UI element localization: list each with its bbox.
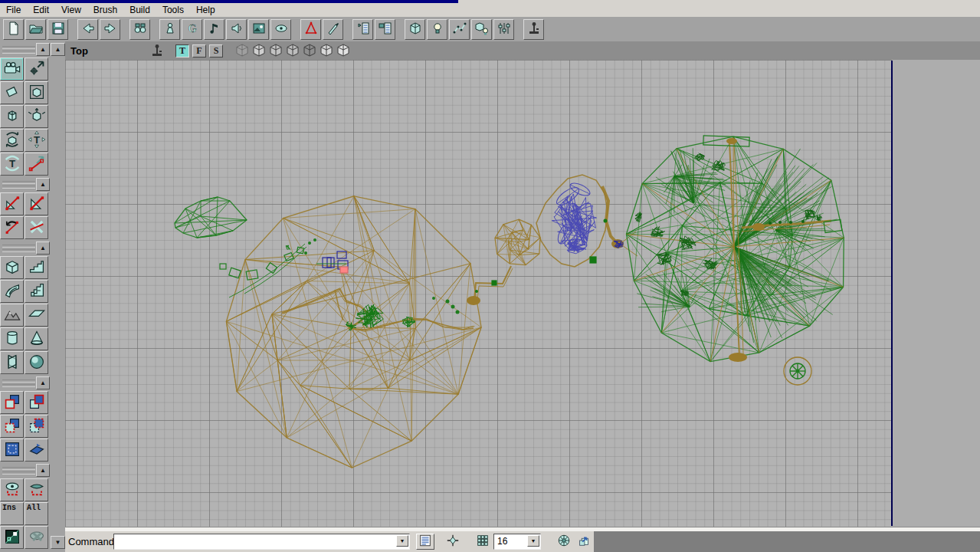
grid-snap-button[interactable] (474, 534, 491, 550)
palette-group-collapse-button[interactable]: ▲ (36, 464, 50, 477)
palette-group-header: ▲ (0, 464, 51, 478)
menu-build[interactable]: Build (123, 4, 156, 16)
vertex-edit-tool[interactable] (25, 153, 48, 176)
hide-actors-button[interactable] (25, 526, 48, 549)
menu-tools[interactable]: Tools (156, 4, 190, 16)
viewport-header: Top TFS (65, 41, 980, 61)
mode-t-button[interactable]: T (175, 44, 189, 58)
brush-volumetric-builder[interactable] (0, 351, 24, 374)
show-selected-actors-button[interactable] (0, 478, 24, 501)
texture-browser-button[interactable] (248, 19, 269, 40)
grid-size-combobox[interactable]: 16 ▼ (493, 534, 541, 550)
mode-f-button[interactable]: F (192, 44, 206, 58)
save-icon (51, 21, 66, 38)
texture-rotate-tool[interactable]: T (0, 153, 24, 176)
textured-mode-icon[interactable] (318, 43, 335, 58)
grid-icon (476, 534, 490, 550)
menu-help[interactable]: Help (190, 4, 221, 16)
add-mover-button[interactable] (25, 439, 48, 462)
music-browser-button[interactable] (204, 19, 225, 40)
show-all-actors-button[interactable]: All (25, 502, 48, 525)
csg-deintersect-button[interactable] (25, 415, 48, 438)
palette-group-collapse-button[interactable]: ▲ (36, 178, 50, 191)
csg-subtract-button[interactable] (25, 391, 48, 414)
select-inside-button[interactable] (0, 526, 24, 549)
vertex-snap-button[interactable] (575, 534, 592, 550)
brush-sphere-builder[interactable] (25, 351, 48, 374)
command-dropdown-button[interactable]: ▼ (396, 535, 408, 547)
grid-size-dropdown-button[interactable]: ▼ (527, 535, 539, 547)
menu-edit[interactable]: Edit (27, 4, 55, 16)
brush-stairs-builder[interactable] (25, 256, 48, 279)
new-map-button[interactable] (3, 19, 24, 40)
rotation-grid-button[interactable] (556, 534, 572, 550)
log-window-button[interactable] (416, 534, 434, 550)
undo-button[interactable] (77, 19, 98, 40)
brush-spiral-stairs-builder[interactable] (25, 280, 48, 303)
palette-scroll-up-button[interactable]: ▲ (51, 43, 65, 56)
brush-sheet-builder[interactable] (25, 304, 48, 327)
build-options-button[interactable] (493, 19, 514, 40)
palette-group-collapse-button[interactable]: ▲ (36, 43, 50, 56)
actor-properties-button[interactable] (352, 19, 373, 40)
sound-browser-button[interactable] (226, 19, 247, 40)
add-special-brush-button[interactable] (0, 439, 24, 462)
joystick-icon (526, 21, 542, 38)
palette-group-collapse-button[interactable]: ▲ (36, 376, 50, 389)
redo-button[interactable] (100, 19, 120, 40)
wireframe-mode-icon[interactable] (234, 43, 251, 58)
palette-group-collapse-button[interactable]: ▲ (36, 242, 50, 255)
build-lighting-button[interactable] (427, 19, 447, 40)
brush-move-tool[interactable] (0, 81, 24, 104)
shape-editor-button[interactable] (300, 19, 321, 40)
csg-add-button[interactable] (0, 391, 24, 414)
menu-file[interactable]: File (0, 4, 27, 16)
texture-pan-tool[interactable]: T (25, 129, 48, 152)
script-editor-button[interactable] (323, 19, 343, 40)
menu-view[interactable]: View (55, 4, 87, 16)
joystick-icon[interactable] (149, 43, 165, 58)
group-browser-button[interactable]: G (182, 19, 202, 40)
csg-intersect-button[interactable] (0, 415, 24, 438)
texture-usage-mode-icon[interactable] (267, 43, 284, 58)
brush-cone-builder[interactable] (25, 327, 48, 350)
palette-scroll-down-button[interactable]: ▼ (51, 536, 65, 549)
build-geometry-button[interactable] (405, 19, 425, 40)
brush-curved-stairs-builder[interactable] (0, 280, 24, 303)
surface-properties-button[interactable] (375, 19, 395, 40)
actor-gizmo-button[interactable] (444, 534, 461, 550)
brush-rotate-tool[interactable] (0, 129, 24, 152)
command-input[interactable] (116, 535, 395, 547)
plain-mode-icon[interactable] (335, 43, 352, 58)
save-map-button[interactable] (48, 19, 68, 40)
top-viewport[interactable] (65, 60, 980, 527)
shape-rotate-tool[interactable] (0, 216, 24, 239)
search-actors-button[interactable] (129, 19, 150, 40)
brush-cylinder-builder[interactable] (0, 327, 24, 350)
brush-stretch-tool[interactable] (25, 105, 48, 128)
play-map-button[interactable] (523, 19, 544, 40)
camera-move-tool[interactable] (0, 58, 24, 80)
dynamic-light-mode-icon[interactable] (301, 43, 318, 58)
build-paths-button[interactable] (449, 19, 470, 40)
brush-terrain-builder[interactable] (0, 304, 24, 327)
command-combobox[interactable]: ▼ (113, 534, 410, 550)
zone-portal-mode-icon[interactable] (251, 43, 267, 58)
build-all-button[interactable] (471, 19, 492, 40)
mode-s-button[interactable]: S (209, 44, 223, 58)
actor-move-tool[interactable] (25, 58, 48, 80)
brush-cube-builder[interactable] (0, 256, 24, 279)
shape-delete-tool[interactable] (25, 216, 48, 239)
main-toolbar: G (0, 17, 980, 42)
shape-edit-tool-a[interactable] (0, 192, 24, 215)
bsp-cuts-mode-icon[interactable] (284, 43, 301, 58)
mesh-browser-button[interactable] (270, 19, 291, 40)
open-map-button[interactable] (25, 19, 46, 40)
hide-selected-actors-button[interactable] (25, 478, 48, 501)
actor-class-browser-button[interactable] (159, 19, 180, 40)
invert-selection-button[interactable]: Ins (0, 502, 24, 525)
menu-brush[interactable]: Brush (87, 4, 123, 16)
shape-edit-tool-b[interactable] (25, 192, 48, 215)
brush-scale-tool[interactable] (25, 81, 48, 104)
brush-snap-scale-tool[interactable] (0, 105, 24, 128)
